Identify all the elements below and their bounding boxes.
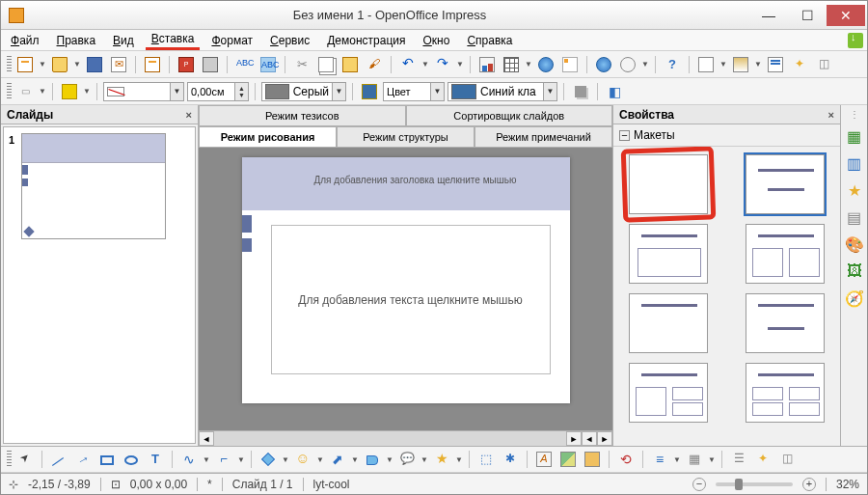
select-tool[interactable] [14, 449, 36, 470]
edit-file-button[interactable] [142, 54, 163, 75]
curve-tool[interactable] [178, 449, 200, 470]
area-style-button[interactable] [359, 81, 380, 102]
sidebar-grip[interactable]: ⋮ [850, 109, 859, 120]
layout-two-content[interactable] [746, 224, 825, 284]
menu-правка[interactable]: Правка [51, 32, 102, 49]
paste-button[interactable] [339, 54, 361, 75]
tab-Режим тезисов[interactable]: Режим тезисов [199, 105, 406, 125]
slide-edit-view[interactable]: Для добавления заголовка щелкните мышью … [199, 148, 612, 430]
redo-button[interactable] [432, 54, 453, 75]
extrusion-tool[interactable] [728, 449, 749, 470]
maximize-button[interactable]: ☐ [788, 5, 827, 26]
show-draw-button[interactable] [559, 54, 581, 75]
download-icon[interactable] [848, 33, 863, 48]
slide-canvas[interactable]: Для добавления заголовка щелкните мышью … [242, 157, 570, 403]
connector-tool[interactable] [213, 449, 234, 470]
menu-окно[interactable]: Окно [417, 32, 455, 49]
gallery-tool[interactable] [582, 449, 603, 470]
copy-button[interactable] [315, 54, 337, 75]
collapse-icon[interactable]: − [619, 130, 630, 141]
chart-button[interactable] [476, 54, 498, 75]
arrow-style-button[interactable] [14, 81, 36, 102]
auto-spellcheck-button[interactable] [258, 54, 279, 75]
toolbar-handle[interactable] [7, 56, 12, 73]
save-button[interactable] [84, 54, 105, 75]
menu-вставка[interactable]: Вставка [146, 30, 201, 50]
slide-button[interactable] [695, 54, 717, 75]
hyperlink-button[interactable] [535, 54, 556, 75]
shadow-button[interactable] [570, 81, 591, 102]
menu-формат[interactable]: Формат [205, 32, 258, 49]
slide-thumbnail-1[interactable]: 1 [21, 133, 166, 239]
tab-Режим примечаний[interactable]: Режим примечаний [475, 126, 612, 147]
spellcheck-button[interactable] [233, 54, 255, 75]
stars-tool[interactable] [431, 449, 452, 470]
layout-grid[interactable] [746, 363, 825, 423]
symbol-shapes-tool[interactable] [292, 449, 313, 470]
layout-two-col-text[interactable] [629, 363, 708, 423]
email-button[interactable] [108, 54, 129, 75]
basic-shapes-tool[interactable] [258, 449, 279, 470]
callout-tool[interactable] [396, 449, 418, 470]
line-tool[interactable] [48, 449, 69, 470]
slide-layout-button[interactable] [765, 54, 786, 75]
zoom-out-button[interactable]: − [692, 478, 706, 491]
rectangle-tool[interactable] [96, 449, 118, 470]
menu-вид[interactable]: Вид [107, 32, 140, 49]
new-doc-button[interactable] [14, 54, 36, 75]
menu-файл[interactable]: Файл [5, 32, 45, 49]
styles-icon[interactable]: 🎨 [844, 234, 865, 255]
fontwork-tool[interactable] [533, 449, 555, 470]
layouts-section-header[interactable]: − Макеты [613, 124, 840, 147]
export-pdf-button[interactable] [176, 54, 197, 75]
toolbar-handle[interactable] [7, 83, 12, 100]
minimize-button[interactable]: — [749, 5, 788, 26]
fill-style-combo[interactable]: Цвет▼ [383, 82, 445, 101]
master-pages-icon[interactable]: ▥ [844, 152, 865, 174]
alignment-tool[interactable] [649, 449, 670, 470]
glue-points-tool[interactable] [500, 449, 521, 470]
format-paintbrush-button[interactable] [364, 54, 385, 75]
menu-демонстрация[interactable]: Демонстрация [321, 32, 411, 49]
tab-Режим структуры[interactable]: Режим структуры [337, 126, 475, 147]
layout-title-only[interactable] [629, 293, 708, 353]
body-placeholder[interactable]: Для добавления текста щелкните мышью [271, 225, 551, 374]
animation-button[interactable] [789, 54, 810, 75]
table-button[interactable] [501, 54, 522, 75]
menu-сервис[interactable]: Сервис [264, 32, 315, 49]
print-button[interactable] [200, 54, 221, 75]
line-color-button[interactable] [59, 81, 80, 102]
navigator-icon[interactable]: 🧭 [844, 288, 865, 309]
zoom-value[interactable]: 32% [836, 478, 859, 491]
gallery-icon[interactable]: 🖼 [844, 261, 865, 282]
interaction-tool[interactable] [752, 449, 773, 470]
rotate-tool[interactable] [615, 449, 637, 470]
close-panel-icon[interactable]: × [186, 109, 192, 121]
undo-button[interactable] [397, 54, 419, 75]
transition-button[interactable] [813, 54, 834, 75]
zoom-in-button[interactable]: + [802, 478, 816, 491]
animation-tool[interactable] [776, 449, 798, 470]
zoom-button[interactable] [617, 54, 638, 75]
3d-button[interactable] [604, 81, 625, 102]
toolbar-handle[interactable] [7, 451, 12, 468]
horizontal-scrollbar[interactable]: ◄►◄► [199, 430, 612, 446]
ellipse-tool[interactable] [121, 449, 142, 470]
cut-button[interactable] [291, 54, 312, 75]
fill-color-combo[interactable]: Синий кла▼ [448, 82, 557, 101]
zoom-slider[interactable] [716, 482, 793, 486]
title-placeholder[interactable]: Для добавления заголовка щелкните мышью [281, 175, 551, 185]
slide-design-button[interactable] [730, 54, 751, 75]
layout-title[interactable] [746, 154, 825, 214]
slide-transition-icon[interactable]: ▤ [844, 206, 865, 228]
tab-Режим рисования[interactable]: Режим рисования [199, 126, 337, 147]
close-button[interactable]: ✕ [827, 5, 865, 26]
help-button[interactable] [662, 54, 683, 75]
flowchart-tool[interactable] [362, 449, 383, 470]
properties-icon[interactable]: ▦ [844, 125, 865, 147]
close-panel-icon[interactable]: × [828, 109, 834, 121]
navigator-button[interactable] [593, 54, 614, 75]
layout-centered[interactable] [746, 293, 825, 353]
layout-title-content[interactable] [629, 224, 708, 284]
line-color-combo[interactable]: Серый▼ [261, 82, 346, 101]
